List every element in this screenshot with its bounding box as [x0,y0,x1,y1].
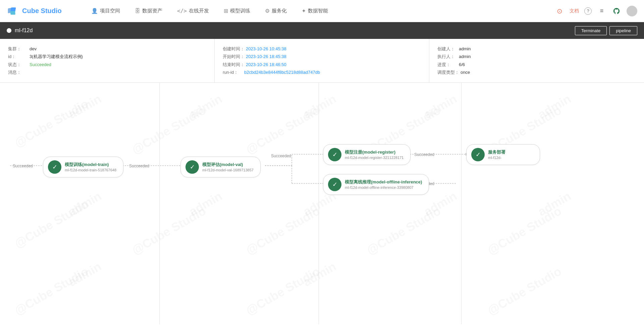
node-card-model-val[interactable]: ✓ 模型评估(model-val) ml-f12d-model-val-1689… [180,157,261,177]
info-column-1: 集群： dev id： 3(机器学习建模全流程示例) 状态： Succeeded… [0,39,215,82]
info-row-creator: 创建人： admin [437,45,636,53]
data-intelligence-icon: ✦ [302,8,306,14]
nav-service[interactable]: ⚙ 服务化 [258,0,294,22]
node-circle-model-train: ✓ [48,160,61,174]
id-label: id： [8,53,28,60]
pipeline-header-bar: ml-f12d Terminate pipeline [0,22,644,39]
nav-model-training[interactable]: ⊞ 模型训练 [216,0,258,22]
terminate-button[interactable]: Terminate [575,26,607,35]
pipeline-title-area: ml-f12d [7,27,33,34]
check-icon-model-offline-inference: ✓ [332,181,337,188]
executor-label: 执行人： [437,53,458,60]
node-circle-model-val: ✓ [185,160,199,174]
check-icon-service-deploy: ✓ [476,151,481,158]
data-assets-icon: 🗄 [135,8,140,14]
create-time-label: 创建时间： [223,45,245,53]
vdivider-1 [159,83,160,324]
pipeline-button[interactable]: pipeline [609,26,637,35]
watermark-20: admin [536,189,574,219]
info-row-cluster: 集群： dev [8,45,206,53]
schedule-type-value: once [461,68,470,76]
pipeline-canvas: @Cube Studio admin @Cube Studio admin @C… [0,83,644,324]
watermark-10: admin [536,92,574,121]
watermark-14: admin [187,189,225,219]
watermark-25: @Cube Studio [485,264,564,318]
node-info-model-offline-inference: 模型离线推理(model-offline-inference) ml-f12d-… [345,179,422,189]
nav-project-space-label: 项目空间 [100,8,120,14]
pipeline-status-dot [7,28,11,33]
svg-text:Succeeded: Succeeded [414,152,434,157]
nav-online-dev[interactable]: </> 在线开发 [170,0,216,22]
node-subtitle-model-register: ml-f12d-model-register-3211228171 [345,156,404,160]
node-service-deploy[interactable]: ✓ 服务部署 ml-f12d- [466,144,540,165]
info-row-executor: 执行人： admin [437,53,636,60]
vdivider-2 [319,83,319,324]
watermark-24: admin [301,259,339,289]
nav-items: 👤 项目空间 🗄 数据资产 </> 在线开发 ⊞ 模型训练 ⚙ 服务化 ✦ 数据… [84,0,555,22]
check-icon-model-train: ✓ [52,163,57,171]
start-time-label: 开始时间： [223,53,245,60]
node-subtitle-service-deploy: ml-f12d- [488,156,505,160]
info-row-end-time: 结束时间： 2023-10-26 18:46:50 [223,61,421,68]
help-icon[interactable]: ? [584,7,592,15]
id-value: 3(机器学习建模全流程示例) [30,53,83,60]
watermark-2: admin [66,92,104,121]
node-info-model-val: 模型评估(model-val) ml-f12d-model-val-168971… [202,162,254,172]
executor-value: admin [459,53,471,60]
check-icon-model-register: ✓ [332,151,337,158]
run-id-label: run-id： [223,68,243,76]
nav-service-label: 服务化 [272,8,287,14]
node-circle-model-offline-inference: ✓ [328,178,341,191]
node-title-service-deploy: 服务部署 [488,149,505,155]
message-label: 消息： [8,68,28,76]
vdivider-3 [461,83,462,324]
nav-data-intelligence-label: 数据智能 [308,8,328,14]
node-subtitle-model-train: ml-f12d-model-train-518767648 [65,168,116,172]
node-card-model-train[interactable]: ✓ 模型训练(model-train) ml-f12d-model-train-… [43,157,123,177]
watermark-23: @Cube Studio [244,264,322,318]
watermark-17: @Cube Studio [364,204,443,258]
node-subtitle-model-val: ml-f12d-model-val-1689713857 [202,168,254,172]
user-avatar[interactable] [627,6,637,16]
info-row-status: 状态： Succeeded [8,61,206,68]
watermark-13: @Cube Studio [129,204,208,258]
watermark-19: @Cube Studio [485,204,564,258]
node-title-model-register: 模型注册(model-register) [345,149,404,155]
watermark-22: admin [66,259,104,289]
node-card-model-offline-inference[interactable]: ✓ 模型离线推理(model-offline-inference) ml-f12… [323,174,429,195]
info-row-message: 消息： [8,68,206,76]
info-row-schedule-type: 调度类型： once [437,68,636,76]
nav-data-assets[interactable]: 🗄 数据资产 [127,0,170,22]
node-card-model-register[interactable]: ✓ 模型注册(model-register) ml-f12d-model-reg… [323,144,411,165]
pipeline-actions: Terminate pipeline [575,26,637,35]
run-id-value: b2cbd24b3e8444f8bc5218d88ad747db [244,68,320,76]
project-space-icon: 👤 [91,8,98,14]
cluster-label: 集群： [8,45,28,53]
info-row-run-id: run-id： b2cbd24b3e8444f8bc5218d88ad747db [223,68,421,76]
node-subtitle-model-offline-inference: ml-f12d-model-offline-inference-33980807 [345,185,422,189]
user-center-icon[interactable]: ⊙ [555,6,564,16]
info-row-progress: 进度： 6/6 [437,61,636,68]
creator-value: admin [459,45,471,53]
create-time-value: 2023-10-26 10:45:38 [246,45,286,53]
node-title-model-offline-inference: 模型离线推理(model-offline-inference) [345,179,422,185]
node-info-service-deploy: 服务部署 ml-f12d- [488,149,505,160]
node-model-val[interactable]: ✓ 模型评估(model-val) ml-f12d-model-val-1689… [180,157,261,177]
node-model-register[interactable]: ✓ 模型注册(model-register) ml-f12d-model-reg… [323,144,411,165]
node-model-offline-inference[interactable]: ✓ 模型离线推理(model-offline-inference) ml-f12… [323,174,429,195]
logo-area: Cube Studio [7,5,74,17]
nav-project-space[interactable]: 👤 项目空间 [84,0,127,22]
settings-icon[interactable]: ≡ [597,6,606,16]
info-column-2: 创建时间： 2023-10-26 10:45:38 开始时间： 2023-10-… [215,39,429,82]
node-card-service-deploy[interactable]: ✓ 服务部署 ml-f12d- [466,144,540,165]
node-model-train[interactable]: ✓ 模型训练(model-train) ml-f12d-model-train-… [43,157,123,177]
watermark-6: admin [301,92,339,121]
doc-link[interactable]: 文档 [570,8,579,14]
watermark-5: @Cube Studio [244,103,322,157]
progress-label: 进度： [437,61,458,68]
watermark-3: @Cube Studio [129,103,208,157]
watermark-21: @Cube Studio [12,264,91,318]
nav-data-intelligence[interactable]: ✦ 数据智能 [294,0,335,22]
info-row-id: id： 3(机器学习建模全流程示例) [8,53,206,60]
github-icon[interactable] [612,6,621,16]
